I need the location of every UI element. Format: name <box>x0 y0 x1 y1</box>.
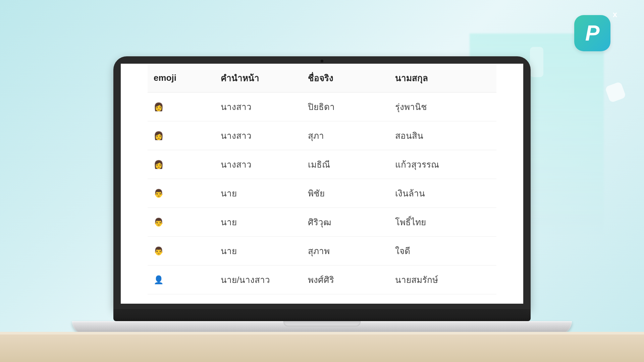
cell-prefix: นาย <box>215 179 302 208</box>
cell-last-name: แก้วสุวรรณ <box>389 150 496 179</box>
cell-first-name: เมธิณี <box>302 150 389 179</box>
table-row: 👤นาย/นางสาวพิมพ์ภารักสงบ <box>148 294 496 304</box>
brand-logo-superscript: x <box>613 10 617 19</box>
cell-last-name: เงินล้าน <box>389 179 496 208</box>
laptop-screen-bezel: emoji คำนำหน้า ชื่อจริง นามสกุล 👩นางสาวป… <box>113 56 531 309</box>
table-body: 👩นางสาวปิยธิดารุ่งพานิช👩นางสาวสุภาสอนสิน… <box>148 93 496 304</box>
laptop-hinge <box>113 309 531 321</box>
cell-prefix: นาย <box>215 208 302 237</box>
header-first-name: ชื่อจริง <box>302 64 389 93</box>
table-row: 👨นายสุภาพใจดี <box>148 237 496 265</box>
cell-prefix: นางสาว <box>215 93 302 121</box>
cell-emoji: 👩 <box>148 121 215 150</box>
cell-emoji: 👩 <box>148 150 215 179</box>
cell-first-name: สุภาพ <box>302 237 389 265</box>
cell-emoji: 👤 <box>148 294 215 304</box>
cell-last-name: โพธิ์ไทย <box>389 208 496 237</box>
cell-emoji: 👨 <box>148 179 215 208</box>
table-row: 👩นางสาวปิยธิดารุ่งพานิช <box>148 93 496 121</box>
table-row: 👤นาย/นางสาวพงศ์ศิรินายสมรักษ์ <box>148 265 496 294</box>
cell-prefix: นางสาว <box>215 121 302 150</box>
table-row: 👩นางสาวสุภาสอนสิน <box>148 121 496 150</box>
cell-first-name: พิมพ์ภา <box>302 294 389 304</box>
table-row: 👩นางสาวเมธิณีแก้วสุวรรณ <box>148 150 496 179</box>
brand-logo-letter: P <box>585 21 600 46</box>
cell-first-name: ศิริวุฒ <box>302 208 389 237</box>
table-row: 👨นายพิชัยเงินล้าน <box>148 179 496 208</box>
laptop-display-area: emoji คำนำหน้า ชื่อจริง นามสกุล 👩นางสาวป… <box>121 64 523 304</box>
cell-first-name: สุภา <box>302 121 389 150</box>
cell-emoji: 👨 <box>148 208 215 237</box>
laptop-trackpad-notch <box>283 321 361 326</box>
bg-decor-diamond <box>605 81 626 103</box>
cell-prefix: นางสาว <box>215 150 302 179</box>
laptop-camera-icon <box>321 60 323 62</box>
cell-prefix: นาย/นางสาว <box>215 294 302 304</box>
laptop-mockup: emoji คำนำหน้า ชื่อจริง นามสกุล 👩นางสาวป… <box>72 56 572 335</box>
cell-prefix: นาย <box>215 237 302 265</box>
people-table: emoji คำนำหน้า ชื่อจริง นามสกุล 👩นางสาวป… <box>148 64 496 304</box>
header-last-name: นามสกุล <box>389 64 496 93</box>
table-header: emoji คำนำหน้า ชื่อจริง นามสกุล <box>148 64 496 93</box>
cell-first-name: ปิยธิดา <box>302 93 389 121</box>
cell-first-name: พิชัย <box>302 179 389 208</box>
cell-prefix: นาย/นางสาว <box>215 265 302 294</box>
cell-last-name: นายสมรักษ์ <box>389 265 496 294</box>
cell-last-name: รุ่งพานิช <box>389 93 496 121</box>
brand-logo: P x <box>574 15 610 51</box>
header-emoji: emoji <box>148 64 215 93</box>
cell-emoji: 👤 <box>148 265 215 294</box>
cell-first-name: พงศ์ศิริ <box>302 265 389 294</box>
cell-emoji: 👨 <box>148 237 215 265</box>
header-prefix: คำนำหน้า <box>215 64 302 93</box>
cell-last-name: รักสงบ <box>389 294 496 304</box>
desk-surface <box>0 332 644 362</box>
table-row: 👨นายศิริวุฒโพธิ์ไทย <box>148 208 496 237</box>
cell-last-name: ใจดี <box>389 237 496 265</box>
cell-last-name: สอนสิน <box>389 121 496 150</box>
cell-emoji: 👩 <box>148 93 215 121</box>
